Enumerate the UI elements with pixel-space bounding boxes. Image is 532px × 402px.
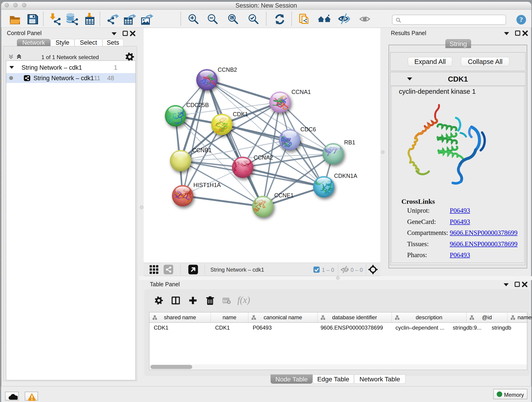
svg-text:CCNB2: CCNB2 xyxy=(218,66,237,73)
svg-text:CDC25B: CDC25B xyxy=(186,102,209,108)
svg-text:CCNA1: CCNA1 xyxy=(291,89,311,95)
svg-text:HIST1H1A: HIST1H1A xyxy=(193,182,221,188)
svg-text:CDKN1A: CDKN1A xyxy=(334,172,357,179)
svg-text:CCNA2: CCNA2 xyxy=(254,154,273,161)
svg-text:CCNB1: CCNB1 xyxy=(192,147,212,153)
svg-text:RB1: RB1 xyxy=(344,139,355,146)
svg-text:CDC6: CDC6 xyxy=(300,126,316,133)
svg-text:CDK1: CDK1 xyxy=(233,111,248,117)
svg-text:?: ? xyxy=(520,16,523,23)
svg-text:CCNE1: CCNE1 xyxy=(274,192,294,198)
